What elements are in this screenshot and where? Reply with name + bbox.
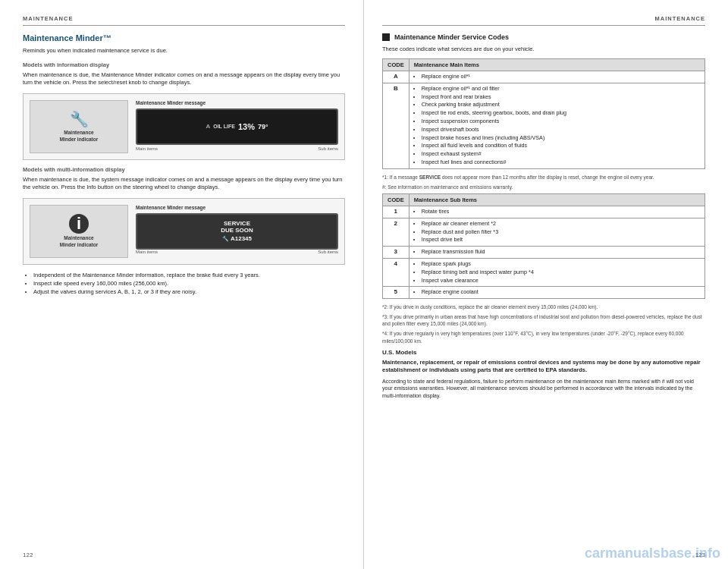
us-models-title: U.S. Models: [382, 349, 705, 356]
table-row: 3 Replace transmission fluid: [383, 247, 705, 259]
footnote-3: *3: If you drive primarily in urban area…: [382, 313, 705, 327]
page-number-left: 122: [23, 552, 33, 558]
right-column: MAINTENANCE Maintenance Minder Service C…: [364, 0, 728, 569]
table-row: 4 Replace spark plugs Replace timing bel…: [383, 258, 705, 286]
footnote-4: *4: If you drive regularly in very high …: [382, 330, 705, 344]
display-screen1: A OIL LIFE 13% 79°: [136, 108, 338, 145]
section1-title: Models with information display: [23, 61, 345, 68]
table-row: 5 Replace engine coolant: [383, 287, 705, 299]
section2-title: Models with multi-information display: [23, 166, 345, 173]
bullet-item: Independent of the Maintenance Minder in…: [33, 271, 345, 279]
sub-col-code-header: CODE: [383, 193, 410, 206]
section2-text: When maintenance is due, the system mess…: [23, 176, 345, 192]
service-screen: SERVICE DUE SOON 🔧 A12345: [136, 213, 338, 250]
wrench-icon: 🔧: [70, 110, 89, 128]
bullet-item: Adjust the valves during services A, B, …: [33, 288, 345, 296]
code-a: A: [383, 71, 410, 83]
right-header: MAINTENANCE: [382, 15, 705, 26]
diagram2-display: Maintenance Minder message SERVICE DUE S…: [136, 205, 338, 258]
code-b: B: [383, 83, 410, 168]
col-items-header: Maintenance Main Items: [409, 59, 704, 71]
diagram1-indicator: 🔧 Maintenance Minder indicator: [30, 100, 128, 153]
table-row: A Replace engine oil*¹: [383, 71, 705, 83]
black-square-icon: [382, 33, 390, 41]
footnote-hash: #: See information on maintenance and em…: [382, 184, 705, 190]
sub-codes-table: CODE Maintenance Sub Items 1 Rotate tire…: [382, 193, 705, 299]
left-column: MAINTENANCE Maintenance Minder™ Reminds …: [0, 0, 364, 569]
table-row: 1 Rotate tires: [383, 206, 705, 218]
items-a: Replace engine oil*¹: [409, 71, 704, 83]
bullet-list: Independent of the Maintenance Minder in…: [23, 271, 345, 297]
sub-col-items-header: Maintenance Sub Items: [409, 193, 704, 206]
diagram2: i Maintenance Minder indicator Maintenan…: [23, 198, 345, 265]
footnote-2: *2: If you drive in dusty conditions, re…: [382, 303, 705, 310]
footnote-1: *1: If a message SERVICE does not appear…: [382, 174, 705, 181]
main-codes-table: CODE Maintenance Main Items A Replace en…: [382, 58, 705, 169]
table-row: B Replace engine oil*¹ and oil filter In…: [383, 83, 705, 168]
service-codes-title: Maintenance Minder Service Codes: [382, 33, 705, 41]
us-models-bold-text: Maintenance, replacement, or repair of e…: [382, 359, 705, 375]
col-code-header: CODE: [383, 59, 410, 71]
left-header: MAINTENANCE: [23, 15, 345, 26]
items-b: Replace engine oil*¹ and oil filter Insp…: [409, 83, 704, 168]
diagram1: 🔧 Maintenance Minder indicator Maintenan…: [23, 93, 345, 160]
intro-text: Reminds you when indicated maintenance s…: [23, 47, 345, 55]
diagram1-display: Maintenance Minder message A OIL LIFE 13…: [136, 100, 338, 153]
bullet-item: Inspect idle speed every 160,000 miles (…: [33, 279, 345, 288]
table-row: 2 Replace air cleaner element *2 Replace…: [383, 218, 705, 246]
us-models-text: According to state and federal regulatio…: [382, 378, 705, 400]
main-title: Maintenance Minder™: [23, 33, 345, 42]
codes-intro: These codes indicate what services are d…: [382, 46, 705, 52]
diagram2-indicator: i Maintenance Minder indicator: [30, 205, 128, 258]
page-number-right: 123: [695, 552, 705, 558]
info-icon: i: [69, 214, 89, 234]
section1-text: When maintenance is due, the Maintenance…: [23, 71, 345, 87]
